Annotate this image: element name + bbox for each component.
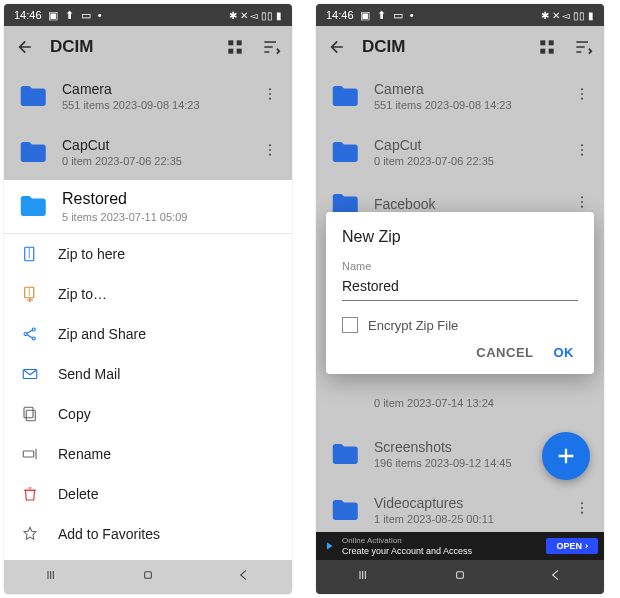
menu-label: Zip to here <box>58 246 125 262</box>
folder-icon <box>16 80 48 112</box>
selected-folder-meta: 5 items 2023-07-11 05:09 <box>62 211 280 223</box>
back-icon[interactable] <box>326 36 348 58</box>
folder-meta: 0 item 2023-07-06 22:35 <box>62 155 246 167</box>
folder-icon <box>328 438 360 470</box>
folder-name: Camera <box>62 81 246 97</box>
encrypt-checkbox-row[interactable]: Encrypt Zip File <box>342 317 578 333</box>
menu-label: Rename <box>58 446 111 462</box>
menu-label: Zip and Share <box>58 326 146 342</box>
menu-label: Delete <box>58 486 98 502</box>
folder-meta: 196 items 2023-09-12 14:45 <box>374 457 558 469</box>
zip-to-icon <box>20 284 40 304</box>
menu-zip-here[interactable]: Zip to here <box>4 234 292 274</box>
folder-meta: 0 item 2023-07-14 13:24 <box>374 397 592 409</box>
folder-name: CapCut <box>374 137 558 153</box>
folder-meta: 551 items 2023-09-08 14:23 <box>62 99 246 111</box>
more-icon[interactable] <box>260 86 280 106</box>
rename-icon <box>20 444 40 464</box>
menu-copy[interactable]: Copy <box>4 394 292 434</box>
nav-recents[interactable] <box>356 567 372 587</box>
status-right-icons: ✱ ✕ ◅ ▯▯ ▮ <box>229 10 282 21</box>
menu-rename[interactable]: Rename <box>4 434 292 474</box>
ad-play-icon <box>322 539 336 553</box>
nav-back[interactable] <box>236 567 252 587</box>
folder-meta: 1 item 2023-08-25 00:11 <box>374 513 558 525</box>
folder-meta: 551 items 2023-09-08 14:23 <box>374 99 558 111</box>
status-bar: 14:46 ▣ ⬆ ▭ • ✱ ✕ ◅ ▯▯ ▮ <box>316 4 604 26</box>
back-icon[interactable] <box>14 36 36 58</box>
status-right-icons: ✱ ✕ ◅ ▯▯ ▮ <box>541 10 594 21</box>
list-item[interactable]: Camera 551 items 2023-09-08 14:23 <box>4 68 292 124</box>
menu-label: Copy <box>58 406 91 422</box>
nav-home[interactable] <box>452 567 468 587</box>
nav-back[interactable] <box>548 567 564 587</box>
chevron-right-icon: › <box>585 541 588 551</box>
view-grid-icon[interactable] <box>224 36 246 58</box>
nav-home[interactable] <box>140 567 156 587</box>
system-nav-bar <box>4 560 292 594</box>
menu-delete[interactable]: Delete <box>4 474 292 514</box>
phone-right: 14:46 ▣ ⬆ ▭ • ✱ ✕ ◅ ▯▯ ▮ DCIM Camera 551… <box>316 4 604 594</box>
list-item: Camera 551 items 2023-09-08 14:23 <box>316 68 604 124</box>
folder-name: Camera <box>374 81 558 97</box>
menu-send-mail[interactable]: Send Mail <box>4 354 292 394</box>
copy-icon <box>20 404 40 424</box>
selected-folder-name: Restored <box>62 190 280 208</box>
menu-label: Send Mail <box>58 366 120 382</box>
menu-label: Add to Favorites <box>58 526 160 542</box>
folder-name: Screenshots <box>374 439 558 455</box>
cancel-button[interactable]: CANCEL <box>476 345 533 360</box>
menu-label: Zip to… <box>58 286 107 302</box>
more-icon[interactable] <box>260 142 280 162</box>
folder-icon <box>16 190 48 222</box>
ad-banner[interactable]: Online Activation Create your Account an… <box>316 532 604 560</box>
menu-zip-share[interactable]: Zip and Share <box>4 314 292 354</box>
list-item: Videocaptures 1 item 2023-08-25 00:11 <box>316 482 604 538</box>
sort-icon[interactable] <box>260 36 282 58</box>
zip-name-input[interactable] <box>342 274 578 301</box>
more-icon <box>572 194 592 214</box>
header-title: DCIM <box>362 37 522 57</box>
star-icon <box>20 524 40 544</box>
list-item[interactable]: CapCut 0 item 2023-07-06 22:35 <box>4 124 292 180</box>
folder-icon <box>328 80 360 112</box>
nav-recents[interactable] <box>44 567 60 587</box>
more-icon <box>572 86 592 106</box>
folder-icon <box>328 136 360 168</box>
ad-text: Online Activation Create your Account an… <box>342 536 540 556</box>
ad-open-button[interactable]: OPEN› <box>546 538 598 554</box>
trash-icon <box>20 484 40 504</box>
context-menu: Zip to here Zip to… Zip and Share Send M… <box>4 234 292 594</box>
list-item: CapCut 0 item 2023-07-06 22:35 <box>316 124 604 180</box>
app-header: DCIM <box>316 26 604 68</box>
header-title: DCIM <box>50 37 210 57</box>
folder-list-dimmed: Camera 551 items 2023-09-08 14:23 CapCut… <box>4 68 292 180</box>
new-zip-dialog: New Zip Name Encrypt Zip File CANCEL OK <box>326 212 594 374</box>
phone-left: 14:46 ▣ ⬆ ▭ • ✱ ✕ ◅ ▯▯ ▮ DCIM Camera 551… <box>4 4 292 594</box>
status-time: 14:46 <box>326 9 354 21</box>
more-icon <box>572 142 592 162</box>
view-grid-icon[interactable] <box>536 36 558 58</box>
folder-icon <box>16 136 48 168</box>
share-icon <box>20 324 40 344</box>
fab-add-button[interactable] <box>542 432 590 480</box>
status-notif-icons: ▣ ⬆ ▭ • <box>48 9 104 22</box>
menu-add-favorites[interactable]: Add to Favorites <box>4 514 292 554</box>
sort-icon[interactable] <box>572 36 594 58</box>
checkbox-icon[interactable] <box>342 317 358 333</box>
folder-icon <box>328 494 360 526</box>
status-time: 14:46 <box>14 9 42 21</box>
ok-button[interactable]: OK <box>554 345 575 360</box>
app-header: DCIM <box>4 26 292 68</box>
dialog-input-label: Name <box>342 260 578 272</box>
more-icon <box>572 500 592 520</box>
dialog-title: New Zip <box>342 228 578 246</box>
selected-folder-header: Restored 5 items 2023-07-11 05:09 <box>4 180 292 234</box>
menu-zip-to[interactable]: Zip to… <box>4 274 292 314</box>
folder-name: Facebook <box>374 196 558 212</box>
list-item: 0 item 2023-07-14 13:24 <box>316 386 604 426</box>
status-bar: 14:46 ▣ ⬆ ▭ • ✱ ✕ ◅ ▯▯ ▮ <box>4 4 292 26</box>
folder-name: Videocaptures <box>374 495 558 511</box>
folder-meta: 0 item 2023-07-06 22:35 <box>374 155 558 167</box>
mail-icon <box>20 364 40 384</box>
